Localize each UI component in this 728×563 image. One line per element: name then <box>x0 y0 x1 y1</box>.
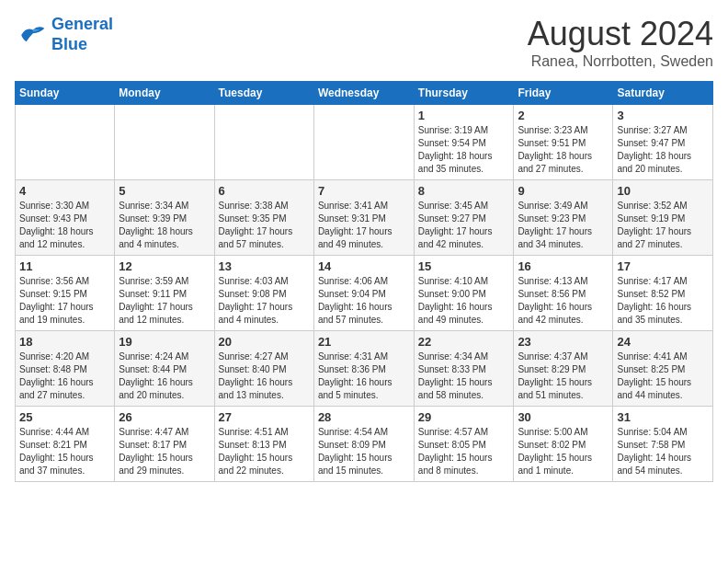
day-number: 12 <box>119 259 210 273</box>
day-info: Sunrise: 3:49 AM Sunset: 9:23 PM Dayligh… <box>518 200 609 251</box>
calendar-header-row: SundayMondayTuesdayWednesdayThursdayFrid… <box>16 82 713 105</box>
day-info: Sunrise: 3:23 AM Sunset: 9:51 PM Dayligh… <box>518 124 609 176</box>
calendar-cell: 23Sunrise: 4:37 AM Sunset: 8:29 PM Dayli… <box>514 331 613 407</box>
day-number: 29 <box>418 410 510 424</box>
day-number: 28 <box>318 410 410 424</box>
week-row-5: 25Sunrise: 4:44 AM Sunset: 8:21 PM Dayli… <box>16 407 713 482</box>
day-info: Sunrise: 3:56 AM Sunset: 9:15 PM Dayligh… <box>19 275 110 327</box>
day-info: Sunrise: 4:31 AM Sunset: 8:36 PM Dayligh… <box>318 350 410 402</box>
day-number: 30 <box>518 410 609 424</box>
day-number: 25 <box>19 410 110 424</box>
calendar-cell: 31Sunrise: 5:04 AM Sunset: 7:58 PM Dayli… <box>613 407 713 482</box>
day-info: Sunrise: 3:30 AM Sunset: 9:43 PM Dayligh… <box>19 200 110 251</box>
calendar-cell: 25Sunrise: 4:44 AM Sunset: 8:21 PM Dayli… <box>16 407 115 482</box>
calendar-cell: 10Sunrise: 3:52 AM Sunset: 9:19 PM Dayli… <box>613 180 713 256</box>
page-header: General Blue August 2024 Ranea, Norrbott… <box>15 15 713 70</box>
day-number: 13 <box>219 259 310 273</box>
day-info: Sunrise: 4:34 AM Sunset: 8:33 PM Dayligh… <box>418 350 510 402</box>
day-info: Sunrise: 4:10 AM Sunset: 9:00 PM Dayligh… <box>418 275 510 327</box>
calendar-cell: 13Sunrise: 4:03 AM Sunset: 9:08 PM Dayli… <box>214 256 313 331</box>
day-info: Sunrise: 4:17 AM Sunset: 8:52 PM Dayligh… <box>617 275 709 327</box>
day-number: 17 <box>617 259 709 273</box>
col-header-wednesday: Wednesday <box>313 82 414 105</box>
col-header-saturday: Saturday <box>613 82 713 105</box>
calendar-cell: 24Sunrise: 4:41 AM Sunset: 8:25 PM Dayli… <box>613 331 713 407</box>
calendar-cell: 21Sunrise: 4:31 AM Sunset: 8:36 PM Dayli… <box>313 331 414 407</box>
calendar-cell: 18Sunrise: 4:20 AM Sunset: 8:48 PM Dayli… <box>16 331 115 407</box>
day-number: 5 <box>119 184 210 198</box>
col-header-tuesday: Tuesday <box>214 82 313 105</box>
day-info: Sunrise: 3:52 AM Sunset: 9:19 PM Dayligh… <box>617 200 709 251</box>
day-number: 24 <box>617 335 709 349</box>
calendar-cell: 1Sunrise: 3:19 AM Sunset: 9:54 PM Daylig… <box>414 105 514 180</box>
calendar-cell: 19Sunrise: 4:24 AM Sunset: 8:44 PM Dayli… <box>115 331 214 407</box>
day-number: 8 <box>418 184 510 198</box>
calendar-cell: 29Sunrise: 4:57 AM Sunset: 8:05 PM Dayli… <box>414 407 514 482</box>
day-number: 6 <box>219 184 310 198</box>
day-number: 31 <box>617 410 709 424</box>
calendar-cell: 27Sunrise: 4:51 AM Sunset: 8:13 PM Dayli… <box>214 407 313 482</box>
calendar-cell: 22Sunrise: 4:34 AM Sunset: 8:33 PM Dayli… <box>414 331 514 407</box>
day-info: Sunrise: 4:51 AM Sunset: 8:13 PM Dayligh… <box>219 426 310 477</box>
day-info: Sunrise: 3:34 AM Sunset: 9:39 PM Dayligh… <box>119 200 210 251</box>
day-info: Sunrise: 4:47 AM Sunset: 8:17 PM Dayligh… <box>119 426 210 477</box>
day-number: 27 <box>219 410 310 424</box>
day-info: Sunrise: 3:45 AM Sunset: 9:27 PM Dayligh… <box>418 200 510 251</box>
calendar-cell: 28Sunrise: 4:54 AM Sunset: 8:09 PM Dayli… <box>313 407 414 482</box>
calendar-table: SundayMondayTuesdayWednesdayThursdayFrid… <box>15 81 713 482</box>
logo-icon <box>15 18 48 52</box>
day-info: Sunrise: 4:03 AM Sunset: 9:08 PM Dayligh… <box>219 275 310 327</box>
week-row-1: 1Sunrise: 3:19 AM Sunset: 9:54 PM Daylig… <box>16 105 713 180</box>
calendar-cell: 26Sunrise: 4:47 AM Sunset: 8:17 PM Dayli… <box>115 407 214 482</box>
calendar-cell: 4Sunrise: 3:30 AM Sunset: 9:43 PM Daylig… <box>16 180 115 256</box>
day-info: Sunrise: 4:20 AM Sunset: 8:48 PM Dayligh… <box>19 350 110 402</box>
calendar-cell: 9Sunrise: 3:49 AM Sunset: 9:23 PM Daylig… <box>514 180 613 256</box>
calendar-cell <box>115 105 214 180</box>
week-row-4: 18Sunrise: 4:20 AM Sunset: 8:48 PM Dayli… <box>16 331 713 407</box>
calendar-cell: 12Sunrise: 3:59 AM Sunset: 9:11 PM Dayli… <box>115 256 214 331</box>
calendar-cell: 8Sunrise: 3:45 AM Sunset: 9:27 PM Daylig… <box>414 180 514 256</box>
day-number: 1 <box>418 109 510 122</box>
day-number: 15 <box>418 259 510 273</box>
calendar-cell: 16Sunrise: 4:13 AM Sunset: 8:56 PM Dayli… <box>514 256 613 331</box>
day-number: 18 <box>19 335 110 349</box>
calendar-cell <box>16 105 115 180</box>
day-number: 22 <box>418 335 510 349</box>
day-number: 11 <box>19 259 110 273</box>
title-block: August 2024 Ranea, Norrbotten, Sweden <box>528 15 713 70</box>
day-info: Sunrise: 4:06 AM Sunset: 9:04 PM Dayligh… <box>318 275 410 327</box>
day-number: 20 <box>219 335 310 349</box>
calendar-cell: 30Sunrise: 5:00 AM Sunset: 8:02 PM Dayli… <box>514 407 613 482</box>
day-info: Sunrise: 3:41 AM Sunset: 9:31 PM Dayligh… <box>318 200 410 251</box>
calendar-cell: 15Sunrise: 4:10 AM Sunset: 9:00 PM Dayli… <box>414 256 514 331</box>
day-info: Sunrise: 4:54 AM Sunset: 8:09 PM Dayligh… <box>318 426 410 477</box>
day-info: Sunrise: 4:27 AM Sunset: 8:40 PM Dayligh… <box>219 350 310 402</box>
day-number: 14 <box>318 259 410 273</box>
day-info: Sunrise: 4:13 AM Sunset: 8:56 PM Dayligh… <box>518 275 609 327</box>
calendar-cell <box>214 105 313 180</box>
page-subtitle: Ranea, Norrbotten, Sweden <box>528 53 713 70</box>
day-info: Sunrise: 4:37 AM Sunset: 8:29 PM Dayligh… <box>518 350 609 402</box>
calendar-cell: 11Sunrise: 3:56 AM Sunset: 9:15 PM Dayli… <box>16 256 115 331</box>
day-number: 23 <box>518 335 609 349</box>
calendar-cell: 6Sunrise: 3:38 AM Sunset: 9:35 PM Daylig… <box>214 180 313 256</box>
day-info: Sunrise: 3:59 AM Sunset: 9:11 PM Dayligh… <box>119 275 210 327</box>
day-info: Sunrise: 5:04 AM Sunset: 7:58 PM Dayligh… <box>617 426 709 477</box>
col-header-monday: Monday <box>115 82 214 105</box>
day-info: Sunrise: 3:27 AM Sunset: 9:47 PM Dayligh… <box>617 124 709 176</box>
day-info: Sunrise: 3:19 AM Sunset: 9:54 PM Dayligh… <box>418 124 510 176</box>
day-number: 4 <box>19 184 110 198</box>
day-number: 19 <box>119 335 210 349</box>
day-info: Sunrise: 4:41 AM Sunset: 8:25 PM Dayligh… <box>617 350 709 402</box>
week-row-2: 4Sunrise: 3:30 AM Sunset: 9:43 PM Daylig… <box>16 180 713 256</box>
day-number: 16 <box>518 259 609 273</box>
day-number: 10 <box>617 184 709 198</box>
calendar-cell: 3Sunrise: 3:27 AM Sunset: 9:47 PM Daylig… <box>613 105 713 180</box>
day-number: 2 <box>518 109 609 122</box>
calendar-cell: 7Sunrise: 3:41 AM Sunset: 9:31 PM Daylig… <box>313 180 414 256</box>
day-number: 9 <box>518 184 609 198</box>
day-info: Sunrise: 5:00 AM Sunset: 8:02 PM Dayligh… <box>518 426 609 477</box>
col-header-friday: Friday <box>514 82 613 105</box>
day-number: 26 <box>119 410 210 424</box>
calendar-cell: 20Sunrise: 4:27 AM Sunset: 8:40 PM Dayli… <box>214 331 313 407</box>
